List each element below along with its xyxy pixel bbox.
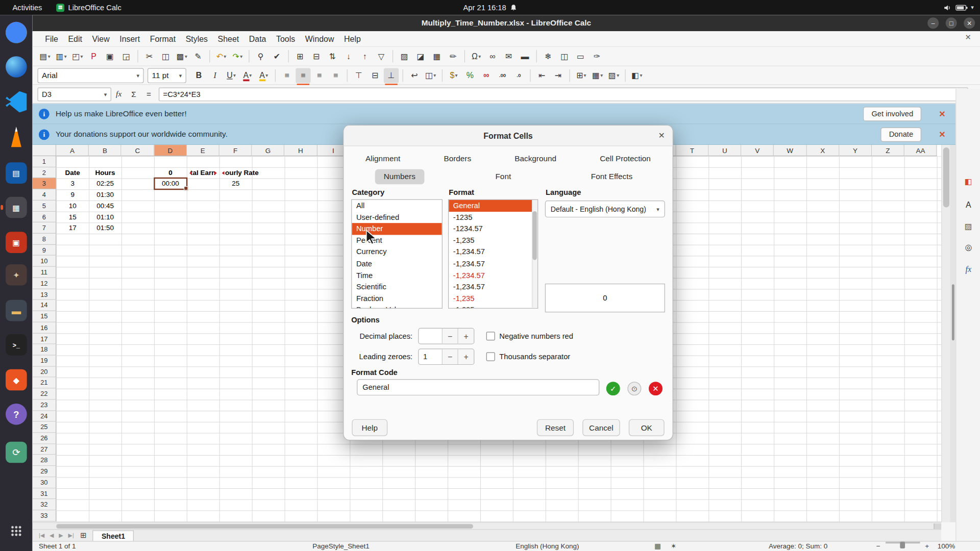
cell-B2[interactable]: Hours bbox=[89, 167, 121, 179]
row-header-6[interactable]: 6 bbox=[33, 212, 57, 223]
cell-A4[interactable]: 9 bbox=[56, 189, 89, 201]
increment-icon[interactable]: + bbox=[458, 329, 474, 343]
save-icon[interactable]: ◰▾ bbox=[70, 49, 85, 64]
zoom-level[interactable]: 100% bbox=[938, 542, 955, 551]
dock-files[interactable] bbox=[6, 300, 27, 321]
sidebar-properties-icon[interactable]: ◧ bbox=[961, 174, 975, 189]
document-modified-icon[interactable]: ✶ bbox=[671, 542, 676, 551]
help-button[interactable]: Help bbox=[352, 419, 387, 436]
column-header-B[interactable]: B bbox=[89, 145, 121, 156]
dock-writer[interactable] bbox=[6, 162, 27, 184]
menu-view[interactable]: View bbox=[87, 31, 115, 47]
maximize-button[interactable]: □ bbox=[946, 17, 957, 29]
cell-B4[interactable]: 01:30 bbox=[89, 189, 121, 201]
sort-descending-icon[interactable]: ↑ bbox=[357, 49, 372, 64]
italic-icon[interactable]: I bbox=[208, 68, 223, 83]
new-document-icon[interactable]: ▤▾ bbox=[37, 49, 52, 64]
row-header-11[interactable]: 11 bbox=[33, 267, 57, 278]
checkbox-box[interactable] bbox=[486, 353, 495, 361]
close-infobar-icon[interactable]: ✕ bbox=[939, 130, 945, 139]
row-header-13[interactable]: 13 bbox=[33, 289, 57, 300]
column-header-X[interactable]: X bbox=[806, 145, 839, 156]
format-item-6[interactable]: -1,234.57 bbox=[449, 269, 537, 281]
selection-mode-icon[interactable]: ▦ bbox=[654, 542, 661, 551]
selection-statistics[interactable]: Average: 0; Sum: 0 bbox=[769, 542, 827, 551]
next-sheet-icon[interactable]: ▶ bbox=[59, 532, 63, 538]
format-item-2[interactable]: -1234.57 bbox=[449, 223, 537, 235]
clock[interactable]: Apr 21 16:18 bbox=[463, 0, 517, 15]
format-item-7[interactable]: -1,234.57 bbox=[449, 281, 537, 293]
row-header-33[interactable]: 33 bbox=[33, 510, 57, 521]
format-item-9[interactable]: -1,235 bbox=[449, 305, 537, 309]
column-header-T[interactable]: T bbox=[676, 145, 709, 156]
cell-A2[interactable]: Date bbox=[56, 167, 89, 179]
thousands-separator-checkbox[interactable]: Thousands separator bbox=[486, 348, 571, 365]
menu-edit[interactable]: Edit bbox=[63, 31, 87, 47]
sidebar-gallery-icon[interactable]: ▨ bbox=[961, 219, 975, 234]
cell-F2[interactable]: ourly Rate bbox=[219, 167, 264, 179]
cut-icon[interactable]: ✂ bbox=[142, 49, 157, 64]
bold-icon[interactable]: B bbox=[191, 68, 206, 83]
leading-zeroes-spinner[interactable]: 1 − + bbox=[418, 348, 474, 365]
border-color-icon[interactable]: ▨▾ bbox=[606, 68, 621, 83]
row-header-24[interactable]: 24 bbox=[33, 411, 57, 422]
copy-icon[interactable]: ◫ bbox=[158, 49, 173, 64]
last-sheet-icon[interactable]: ▶| bbox=[68, 532, 74, 538]
edit-mode-icon[interactable]: ✑ bbox=[590, 49, 604, 64]
previous-sheet-icon[interactable]: ◀ bbox=[50, 532, 54, 538]
tab-numbers[interactable]: Numbers bbox=[375, 169, 424, 184]
row-header-8[interactable]: 8 bbox=[33, 234, 57, 245]
border-style-icon[interactable]: ▦▾ bbox=[590, 68, 605, 83]
cell-B7[interactable]: 01:50 bbox=[89, 222, 121, 234]
page-style[interactable]: PageStyle_Sheet1 bbox=[312, 542, 370, 551]
delete-decimal-place-icon[interactable]: .0 bbox=[511, 68, 526, 83]
center-vertically-icon[interactable]: ⊟ bbox=[368, 68, 382, 83]
row-header-31[interactable]: 31 bbox=[33, 488, 57, 499]
dock-firefox[interactable] bbox=[6, 56, 27, 78]
first-sheet-icon[interactable]: |◀ bbox=[39, 532, 44, 538]
row-header-19[interactable]: 19 bbox=[33, 356, 57, 367]
cell-D2[interactable]: 0 bbox=[154, 167, 187, 179]
freeze-rows-and-columns-icon[interactable]: ❄ bbox=[541, 49, 555, 64]
insert-column-icon[interactable]: ⊟ bbox=[309, 49, 324, 64]
dock-show-applications[interactable] bbox=[6, 520, 27, 542]
row-header-28[interactable]: 28 bbox=[33, 455, 57, 466]
vertical-scrollbar[interactable] bbox=[941, 145, 950, 522]
format-item-3[interactable]: -1,235 bbox=[449, 235, 537, 246]
highlighting-color-icon[interactable]: A▾ bbox=[256, 68, 271, 83]
sidebar-collapse-strip[interactable] bbox=[950, 145, 955, 522]
find-and-replace-icon[interactable]: ⚲ bbox=[253, 49, 268, 64]
row-header-16[interactable]: 16 bbox=[33, 322, 57, 334]
dock-gimp[interactable] bbox=[6, 264, 27, 286]
align-center-icon[interactable]: ≡ bbox=[296, 68, 310, 83]
insert-hyperlink-icon[interactable]: ∞ bbox=[485, 49, 500, 64]
dialog-close-icon[interactable]: ✕ bbox=[658, 131, 665, 140]
row-header-2[interactable]: 2 bbox=[33, 167, 57, 179]
print-preview-icon[interactable]: ◲ bbox=[119, 49, 134, 64]
paste-icon[interactable]: ▩▾ bbox=[175, 49, 189, 64]
autosum-icon[interactable]: Σ bbox=[126, 90, 141, 98]
dock-calc[interactable] bbox=[6, 197, 27, 218]
donate-button[interactable]: Donate bbox=[881, 127, 921, 141]
redo-icon[interactable]: ↷▾ bbox=[230, 49, 245, 64]
split-window-icon[interactable]: ◫ bbox=[557, 49, 572, 64]
menu-window[interactable]: Window bbox=[300, 31, 339, 47]
delete-format-icon[interactable]: ✕ bbox=[649, 382, 663, 395]
tab-background[interactable]: Background bbox=[506, 151, 565, 166]
underline-icon[interactable]: U▾ bbox=[224, 68, 238, 83]
row-header-26[interactable]: 26 bbox=[33, 433, 57, 444]
dock-terminal[interactable] bbox=[6, 334, 27, 356]
column-header-F[interactable]: F bbox=[219, 145, 252, 156]
row-header-30[interactable]: 30 bbox=[33, 477, 57, 488]
merge-cells-icon[interactable]: ◫▾ bbox=[423, 68, 438, 83]
column-header-H[interactable]: H bbox=[285, 145, 317, 156]
category-item-time[interactable]: Time bbox=[352, 269, 442, 281]
selected-cell-D3[interactable]: 00:00 bbox=[154, 178, 187, 190]
row-header-25[interactable]: 25 bbox=[33, 422, 57, 433]
column-header-U[interactable]: U bbox=[709, 145, 742, 156]
decrement-icon[interactable]: − bbox=[442, 329, 457, 343]
font-color-icon[interactable]: A▾ bbox=[240, 68, 255, 83]
clone-formatting-icon[interactable]: ✎ bbox=[190, 49, 205, 64]
format-item-5[interactable]: -1,234.57 bbox=[449, 258, 537, 270]
category-item-currency[interactable]: Currency bbox=[352, 246, 442, 258]
